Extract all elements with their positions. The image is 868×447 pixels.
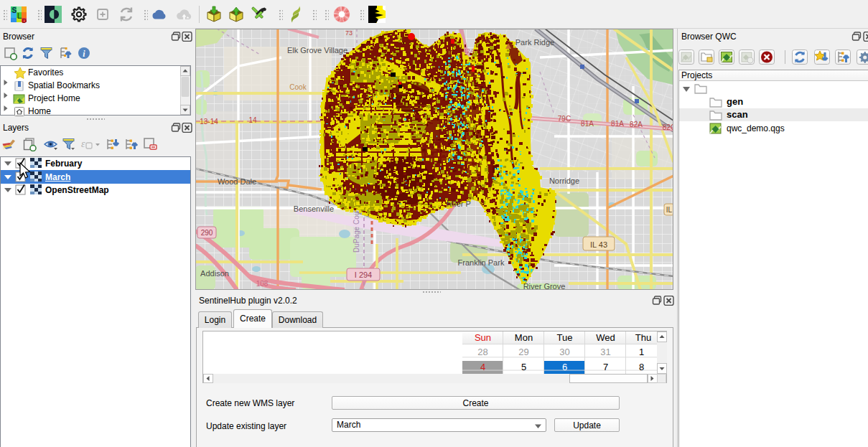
svg-text:IL 43: IL 43: [590, 240, 607, 249]
svg-text:S: S: [12, 6, 17, 14]
svg-text:I 294: I 294: [355, 270, 372, 279]
svg-text:DuPage Cou: DuPage Cou: [353, 212, 360, 253]
svg-text:82A: 82A: [630, 121, 643, 128]
svg-text:79C: 79C: [558, 115, 571, 123]
svg-text:Wood Dale: Wood Dale: [218, 177, 256, 186]
svg-text:81A: 81A: [611, 120, 624, 128]
svg-text:14: 14: [248, 116, 257, 124]
svg-text:Park Ridge: Park Ridge: [515, 38, 554, 47]
svg-text:Addison: Addison: [200, 269, 229, 278]
svg-text:13-14: 13-14: [200, 118, 218, 126]
svg-text:290: 290: [201, 229, 213, 237]
svg-text:73: 73: [345, 29, 353, 37]
svg-text:ε: ε: [81, 138, 85, 149]
svg-text:Bensenville: Bensenville: [294, 204, 334, 213]
svg-text:L: L: [17, 12, 22, 20]
svg-text:D: D: [22, 17, 27, 24]
svg-text:Elk Grove Village: Elk Grove Village: [287, 46, 347, 55]
svg-text:42A: 42A: [463, 47, 475, 55]
svg-text:81A: 81A: [581, 120, 594, 128]
svg-text:Franklin Park: Franklin Park: [458, 258, 505, 267]
svg-text:82C: 82C: [663, 123, 673, 131]
svg-text:River Grove: River Grove: [523, 282, 566, 290]
svg-text:108: 108: [256, 280, 269, 288]
svg-text:Cook: Cook: [289, 83, 307, 91]
svg-text:hiller P: hiller P: [447, 199, 471, 208]
svg-text:Norridge: Norridge: [549, 177, 579, 185]
svg-text:IL: IL: [666, 206, 673, 214]
